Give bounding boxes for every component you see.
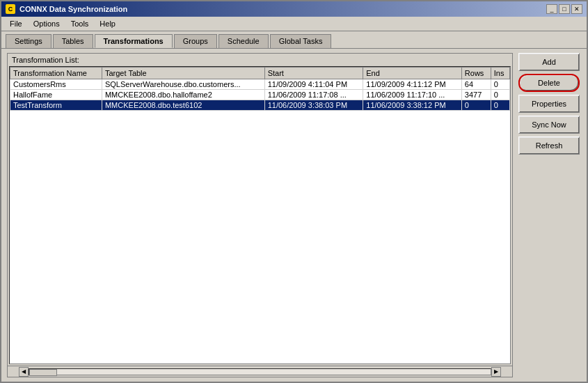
tab-tables[interactable]: Tables <box>53 34 93 48</box>
table-row[interactable]: HallofFameMMCKEE2008.dbo.halloffame211/0… <box>10 90 510 100</box>
table-cell-1: SQLServerWarehouse.dbo.customers... <box>102 79 264 90</box>
delete-button[interactable]: Delete <box>518 74 580 92</box>
table-cell-3: 11/06/2009 11:17:10 ... <box>363 90 462 100</box>
close-button[interactable]: ✕ <box>571 4 582 14</box>
minimize-button[interactable]: _ <box>546 4 557 14</box>
scroll-left-button[interactable]: ◀ <box>19 367 29 377</box>
menu-bar: File Options Tools Help <box>1 17 587 31</box>
title-bar-text: C CONNX Data Synchronization <box>6 4 127 14</box>
tabs-bar: Settings Tables Transformations Groups S… <box>1 31 587 48</box>
table-cell-5: 0 <box>491 100 509 111</box>
window-title: CONNX Data Synchronization <box>19 5 127 13</box>
table-cell-2: 11/06/2009 3:38:03 PM <box>264 100 363 111</box>
table-cell-0: CustomersRms <box>10 79 102 90</box>
add-button[interactable]: Add <box>518 53 580 71</box>
tab-schedule[interactable]: Schedule <box>218 34 269 48</box>
col-header-target[interactable]: Target Table <box>102 68 264 79</box>
table-row[interactable]: TestTransformMMCKEE2008.dbo.test610211/0… <box>10 100 510 111</box>
table-cell-3: 11/06/2009 3:38:12 PM <box>363 100 462 111</box>
horizontal-scrollbar[interactable]: ◀ ▶ <box>8 366 512 377</box>
tab-groups[interactable]: Groups <box>174 34 217 48</box>
table-header-row: Transformation Name Target Table Start E… <box>10 68 510 79</box>
table-cell-3: 11/09/2009 4:11:12 PM <box>363 79 462 90</box>
menu-help[interactable]: Help <box>94 18 121 29</box>
app-icon: C <box>6 4 15 14</box>
table-cell-2: 11/06/2009 11:17:08 ... <box>264 90 363 100</box>
refresh-button[interactable]: Refresh <box>518 136 580 155</box>
table-cell-5: 0 <box>491 90 509 100</box>
menu-file[interactable]: File <box>4 18 28 29</box>
main-window: C CONNX Data Synchronization _ □ ✕ File … <box>0 0 588 383</box>
col-header-end[interactable]: End <box>363 68 462 79</box>
right-button-panel: Add Delete Properties Sync Now Refresh <box>518 53 581 377</box>
tab-settings[interactable]: Settings <box>6 34 51 48</box>
main-content: Transformation List: Transformation Name… <box>1 48 587 382</box>
title-bar-controls: _ □ ✕ <box>546 4 582 14</box>
table-cell-4: 64 <box>461 79 491 90</box>
scroll-right-button[interactable]: ▶ <box>491 367 501 377</box>
col-header-rows[interactable]: Rows <box>461 68 491 79</box>
title-bar: C CONNX Data Synchronization _ □ ✕ <box>1 1 587 17</box>
scrollbar-track[interactable] <box>29 368 491 375</box>
table-cell-4: 3477 <box>461 90 491 100</box>
sync-now-button[interactable]: Sync Now <box>518 116 580 134</box>
panel-title: Transformation List: <box>8 54 512 66</box>
table-cell-4: 0 <box>461 100 491 111</box>
table-cell-1: MMCKEE2008.dbo.halloffame2 <box>102 90 264 100</box>
tab-global-tasks[interactable]: Global Tasks <box>270 34 332 48</box>
col-header-name[interactable]: Transformation Name <box>10 68 102 79</box>
transformation-panel: Transformation List: Transformation Name… <box>7 53 513 377</box>
table-cell-0: TestTransform <box>10 100 102 111</box>
table-cell-2: 11/09/2009 4:11:04 PM <box>264 79 363 90</box>
table-row[interactable]: CustomersRmsSQLServerWarehouse.dbo.custo… <box>10 79 510 90</box>
menu-tools[interactable]: Tools <box>65 18 95 29</box>
col-header-start[interactable]: Start <box>264 68 363 79</box>
table-cell-5: 0 <box>491 79 509 90</box>
table-cell-0: HallofFame <box>10 90 102 100</box>
tab-transformations[interactable]: Transformations <box>95 34 173 48</box>
transformation-table-container[interactable]: Transformation Name Target Table Start E… <box>9 66 511 364</box>
col-header-ins[interactable]: Ins <box>491 68 509 79</box>
scrollbar-thumb[interactable] <box>29 369 57 376</box>
properties-button[interactable]: Properties <box>518 95 580 113</box>
transformation-table: Transformation Name Target Table Start E… <box>10 67 510 111</box>
table-cell-1: MMCKEE2008.dbo.test6102 <box>102 100 264 111</box>
menu-options[interactable]: Options <box>28 18 65 29</box>
maximize-button[interactable]: □ <box>559 4 570 14</box>
